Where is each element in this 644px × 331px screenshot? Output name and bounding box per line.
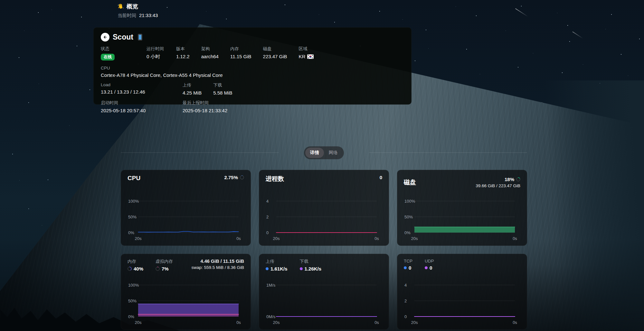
back-button[interactable] [101, 33, 109, 41]
disk-usage-ring [516, 177, 520, 181]
tcp-count-value: 0 [409, 265, 411, 271]
tabs-divider-row: 详情 网络 [121, 145, 527, 160]
load-value: 13.21 / 13.23 / 12.46 [101, 89, 171, 95]
cpu-model-value: Cortex-A78 4 Physical Core, Cortex-A55 4… [101, 72, 404, 78]
svg-text:0%: 0% [128, 314, 134, 319]
shooting-star [573, 32, 583, 39]
stars-layer-dim [0, 0, 0, 0]
memory-label: 内存 [230, 46, 251, 52]
svg-text:0s: 0s [374, 236, 379, 241]
cpu-chart: 0%50%100%20s0s [128, 198, 245, 243]
swap-percent: 7% [162, 266, 169, 271]
tab-network[interactable]: 网络 [324, 148, 343, 158]
svg-text:0: 0 [266, 230, 269, 235]
memory-card: 内存 40% 虚拟内存 7% 4.46 GiB / 11.15 GiB swa [121, 254, 251, 330]
svg-text:100%: 100% [128, 199, 139, 204]
svg-text:20s: 20s [273, 236, 280, 241]
svg-text:20s: 20s [135, 236, 142, 241]
arch-value: aarch64 [201, 54, 219, 59]
disk-card-title: 磁盘 [404, 178, 416, 187]
processes-card-title: 进程数 [266, 175, 284, 183]
download-label: 下载 [213, 82, 232, 88]
svg-text:2: 2 [266, 215, 269, 219]
version-label: 版本 [176, 46, 190, 52]
svg-text:0%: 0% [128, 230, 134, 235]
page-title: 概览 [127, 3, 138, 10]
disk-value: 223.47 GiB [263, 54, 287, 59]
status-badge: 在线 [101, 54, 115, 60]
cliff-shadow [528, 80, 644, 331]
svg-text:100%: 100% [404, 199, 415, 204]
memory-usage-detail: 4.46 GiB / 11.15 GiB [191, 259, 244, 264]
disk-usage-detail: 39.66 GiB / 223.47 GiB [476, 183, 520, 188]
svg-text:50%: 50% [128, 299, 137, 303]
server-name: Scout [113, 33, 133, 41]
svg-text:20s: 20s [411, 320, 418, 325]
status-label: 状态 [101, 46, 135, 52]
mobile-phone-emoji-icon [138, 34, 142, 41]
tab-group: 详情 网络 [304, 146, 344, 159]
load-label: Load [101, 82, 171, 87]
download-value: 5.58 MiB [213, 90, 232, 96]
current-time-label: 当前时间 [118, 13, 136, 19]
connections-card: TCP 0 UDP 0 02420s0s [397, 254, 527, 330]
cpu-label: CPU [101, 66, 404, 70]
tcp-legend-label: TCP [404, 259, 412, 263]
svg-text:4: 4 [404, 283, 407, 288]
udp-legend-label: UDP [425, 259, 434, 263]
boot-time-label: 启动时间 [101, 100, 171, 106]
server-info-card: Scout 状态 在线 运行时间 0 小时 版本 1.12.2 架构 aarch… [93, 27, 412, 105]
svg-text:100%: 100% [128, 283, 139, 288]
version-value: 1.12.2 [176, 54, 190, 59]
upload-speed-value: 1.61K/s [270, 266, 288, 271]
upload-label: 上传 [183, 82, 202, 88]
region-label: 区域 [299, 46, 314, 52]
svg-text:0s: 0s [236, 320, 241, 325]
memory-legend-label: 内存 [128, 259, 143, 264]
upload-legend-label: 上传 [266, 259, 288, 264]
processes-chart: 02420s0s [266, 198, 383, 243]
divider-line [369, 152, 527, 153]
svg-text:0M/s: 0M/s [266, 314, 276, 319]
tab-details[interactable]: 详情 [305, 148, 324, 158]
disk-label: 磁盘 [263, 46, 287, 52]
upload-dot-icon [266, 267, 269, 270]
svg-text:20s: 20s [273, 320, 280, 325]
disk-usage-percent: 18% [505, 177, 514, 182]
uptime-label: 运行时间 [147, 46, 165, 52]
memory-ring [128, 267, 132, 271]
kr-flag-icon [307, 54, 314, 59]
last-report-value: 2025-05-18 21:33:42 [183, 108, 227, 113]
svg-text:0s: 0s [513, 320, 517, 325]
udp-count-value: 0 [430, 265, 432, 271]
charts-grid: CPU 2.75% 0%50%100%20s0s 进程数 0 02420s0s … [121, 170, 527, 330]
connections-chart: 02420s0s [404, 282, 521, 327]
page-header: 概览 当前时间 21:33:43 [118, 3, 158, 19]
svg-text:50%: 50% [128, 215, 137, 219]
memory-chart: 0%50%100%20s0s [128, 282, 245, 327]
network-chart: 0M/s1M/s20s0s [266, 282, 383, 327]
disk-card: 磁盘 18% 39.66 GiB / 223.47 GiB 0%50%100%2… [397, 170, 527, 246]
svg-text:20s: 20s [135, 320, 142, 325]
tcp-dot-icon [404, 266, 407, 269]
last-report-label: 最后上报时间 [183, 100, 227, 106]
cpu-usage-value: 2.75% [224, 175, 238, 180]
cpu-usage-ring [240, 175, 244, 179]
region-value: KR [299, 54, 306, 59]
back-arrow-icon [102, 34, 108, 40]
shooting-star [515, 8, 528, 17]
svg-text:0s: 0s [236, 236, 241, 241]
svg-text:1M/s: 1M/s [266, 283, 276, 288]
processes-card: 进程数 0 02420s0s [259, 170, 389, 246]
download-legend-label: 下载 [300, 259, 322, 264]
svg-text:2: 2 [404, 299, 407, 303]
swap-ring [156, 267, 160, 271]
waving-hand-emoji-icon [118, 3, 124, 10]
boot-time-value: 2025-05-18 20:57:40 [101, 108, 171, 113]
cpu-card-title: CPU [128, 175, 140, 182]
uptime-value: 0 小时 [147, 54, 165, 60]
disk-chart: 0%50%100%20s0s [404, 198, 521, 243]
network-card: 上传 1.61K/s 下载 1.26K/s 0M/s1M/s20s0s [259, 254, 389, 330]
svg-text:50%: 50% [404, 215, 413, 219]
udp-dot-icon [425, 266, 428, 269]
